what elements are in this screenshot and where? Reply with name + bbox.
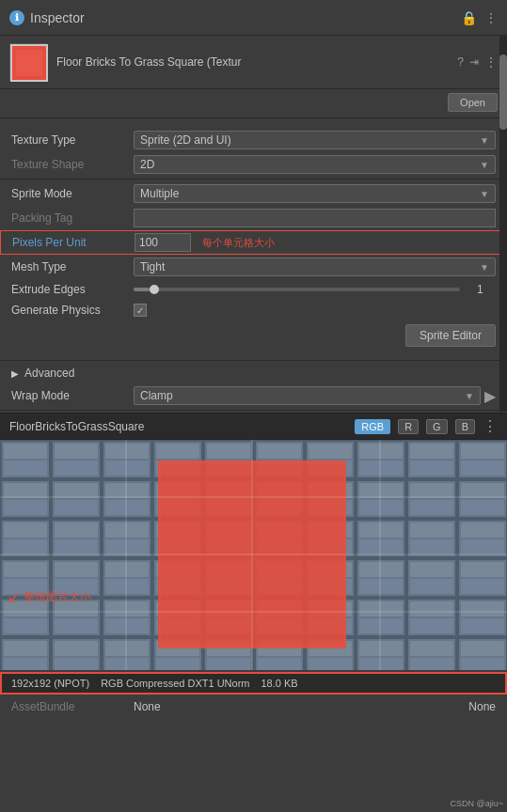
slider-thumb [150,285,159,294]
mesh-type-dropdown[interactable]: Tight ▼ [134,258,496,276]
wrap-mode-value[interactable]: Clamp ▼ [134,386,481,405]
asset-row: Floor Bricks To Grass Square (Textur ? ⇥… [0,36,507,89]
wrap-mode-dropdown[interactable]: Clamp ▼ [134,386,481,405]
generate-physics-row: Generate Physics ✓ [0,300,507,320]
sprite-mode-row: Sprite Mode Multiple ▼ [0,181,507,206]
watermark: CSDN @ajiu~ [451,799,503,808]
extrude-edges-label: Extrude Edges [11,283,134,296]
packing-tag-input[interactable] [134,209,496,227]
packing-tag-row: Packing Tag [0,206,507,230]
packing-tag-value[interactable] [134,209,496,227]
info-icon: ℹ [9,10,24,25]
resolution-text: 192x192 (NPOT) [11,678,89,689]
annotation-arrow-icon: ↙ [8,588,20,606]
sprite-mode-dropdown[interactable]: Multiple ▼ [134,184,496,203]
pixels-per-unit-value: 每个单元格大小 [135,233,495,252]
scrollbar-thumb[interactable] [499,55,507,130]
extrude-edges-row: Extrude Edges 1 [0,279,507,300]
texture-svg [0,440,507,670]
size-annotation-text: 整张图片大小 [24,589,91,605]
asset-bundle-value1: None [134,700,315,713]
texture-shape-value[interactable]: 2D ▼ [134,155,496,174]
mesh-type-label: Mesh Type [11,260,134,273]
header-left: ℹ Inspector [9,10,85,25]
wrap-scroll-icon[interactable]: ▶ [484,387,496,405]
preview-toolbar: FloorBricksToGrassSquare RGB R G B ⋮ [0,413,507,440]
mesh-type-row: Mesh Type Tight ▼ [0,255,507,279]
generate-physics-checkbox[interactable]: ✓ [134,304,496,317]
ppu-annotation: 每个单元格大小 [202,236,275,250]
divider-3 [0,360,507,361]
divider-4 [0,410,507,411]
r-channel-button[interactable]: R [398,419,419,434]
texture-shape-row: Texture Shape 2D ▼ [0,152,507,177]
texture-shape-dropdown[interactable]: 2D ▼ [134,155,496,174]
lock-icon[interactable]: 🔒 [461,10,477,25]
open-button-row: Open [0,89,507,116]
sprite-mode-value[interactable]: Multiple ▼ [134,184,496,203]
asset-thumbnail [9,43,47,81]
divider-1 [0,117,507,118]
size-annotation: ↙ 整张图片大小 [8,588,91,606]
page-title: Inspector [30,10,85,25]
texture-shape-label: Texture Shape [11,158,134,171]
more-icon[interactable]: ⋮ [484,10,498,25]
texture-preview: ↙ 整张图片大小 [0,440,507,670]
asset-bundle-label: AssetBundle [11,700,134,713]
asset-name: Floor Bricks To Grass Square (Textur [56,55,448,69]
divider-2 [0,179,507,180]
inspector-header: ℹ Inspector 🔒 ⋮ [0,0,507,36]
advanced-label: Advanced [24,367,74,380]
chevron-down-icon-4: ▼ [480,262,489,273]
open-button[interactable]: Open [448,93,498,112]
wrap-mode-row: Wrap Mode Clamp ▼ ▶ [0,383,507,408]
sprite-editor-row: Sprite Editor [0,320,507,351]
packing-tag-label: Packing Tag [11,211,134,225]
svg-rect-2 [16,50,42,76]
collapse-arrow-icon: ▶ [11,368,19,379]
extrude-edges-slider[interactable] [134,288,460,291]
chevron-down-icon-3: ▼ [480,189,489,199]
properties-panel: Texture Type Sprite (2D and UI) ▼ Textur… [0,120,507,358]
texture-type-row: Texture Type Sprite (2D and UI) ▼ [0,128,507,152]
generate-physics-label: Generate Physics [11,304,134,317]
asset-action-icons: ? ⇥ ⋮ [457,55,498,70]
g-channel-button[interactable]: G [426,419,448,434]
link-icon[interactable]: ⇥ [469,55,479,69]
extrude-edges-value-text: 1 [477,283,496,296]
sprite-editor-button[interactable]: Sprite Editor [405,324,496,347]
texture-type-label: Texture Type [11,133,134,147]
asset-bundle-value2: None [315,700,497,713]
file-size-text: 18.0 KB [261,678,297,689]
chevron-down-icon-2: ▼ [480,160,489,170]
sprite-mode-label: Sprite Mode [11,187,134,200]
asset-more-icon[interactable]: ⋮ [484,55,498,70]
texture-type-dropdown[interactable]: Sprite (2D and UI) ▼ [134,131,496,149]
texture-type-value[interactable]: Sprite (2D and UI) ▼ [134,131,496,149]
b-channel-button[interactable]: B [455,419,475,434]
texture-info-bar: 192x192 (NPOT) RGB Compressed DXT1 UNorm… [0,672,507,695]
preview-more-icon[interactable]: ⋮ [483,417,498,435]
chevron-down-icon: ▼ [480,135,489,146]
format-text: RGB Compressed DXT1 UNorm [101,678,249,689]
mesh-type-value[interactable]: Tight ▼ [134,258,496,276]
asset-bundle-row: AssetBundle None None [0,696,507,717]
pixels-per-unit-input[interactable] [135,233,191,252]
extrude-edges-value[interactable]: 1 [134,283,496,296]
scrollbar[interactable] [499,36,507,412]
wrap-mode-label: Wrap Mode [11,389,134,402]
rgb-channel-button[interactable]: RGB [355,419,390,434]
pixels-per-unit-row: Pixels Per Unit 每个单元格大小 [0,230,507,255]
generate-physics-check[interactable]: ✓ [134,304,147,317]
advanced-section-header[interactable]: ▶ Advanced [0,363,507,383]
preview-asset-name: FloorBricksToGrassSquare [9,420,347,433]
slider-fill [134,288,150,291]
chevron-down-icon-5: ▼ [465,391,474,401]
help-icon[interactable]: ? [457,55,464,69]
header-icons: 🔒 ⋮ [461,10,498,25]
pixels-per-unit-label: Pixels Per Unit [12,236,135,249]
